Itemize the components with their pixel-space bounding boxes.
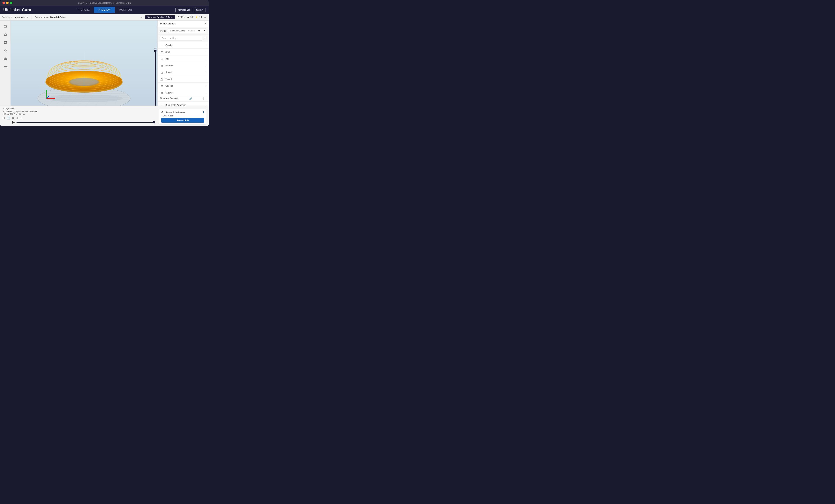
settings-item-shell[interactable]: Shell ‹: [158, 49, 209, 56]
search-input[interactable]: [160, 36, 202, 40]
clock-icon: ⏱: [161, 111, 164, 113]
settings-item-travel[interactable]: Travel ‹: [158, 76, 209, 83]
toolbar-btn-6[interactable]: [1, 63, 9, 71]
action-icon-2[interactable]: 📄: [6, 116, 10, 120]
profile-star-icon: ★: [198, 29, 200, 32]
toolbar-btn-3[interactable]: [1, 39, 9, 46]
action-icon-3[interactable]: 🗑: [12, 116, 15, 120]
progress-track[interactable]: [17, 122, 155, 123]
generate-support-label: Generate Support: [160, 97, 178, 99]
material-info: ⫶ 20g · 6.59m: [161, 114, 204, 117]
view-bar: View type Layer view ‹ Color scheme Mate…: [0, 14, 209, 21]
color-scheme-value: Material Color: [50, 16, 65, 19]
print-settings-header: Print settings ✕: [158, 21, 209, 27]
close-button[interactable]: [2, 2, 5, 4]
maximize-button[interactable]: [10, 2, 12, 4]
view-type-value: Layer view: [14, 16, 25, 19]
settings-item-material[interactable]: Material ‹: [158, 62, 209, 69]
material-chevron: ‹: [206, 64, 206, 67]
svg-rect-70: [161, 92, 163, 93]
progress-thumb[interactable]: [153, 121, 155, 123]
settings-item-support[interactable]: Support ‹: [158, 89, 209, 96]
settings-item-quality[interactable]: ≡ Quality ‹: [158, 42, 209, 49]
profile-row: Profile Standard Quality 0.2mm ★ ▾: [158, 27, 209, 35]
minimize-button[interactable]: [6, 2, 8, 4]
traffic-lights[interactable]: [2, 2, 12, 4]
edit-icon[interactable]: ✏: [141, 16, 143, 19]
settings-item-label-speed: Speed: [165, 71, 206, 74]
print-info-panel: ⏱ 2 hours 52 minutes ℹ ⫶ 20g · 6.59m Sav…: [159, 109, 206, 124]
quality-badge-text: Standard Quality - 0.2mm: [147, 16, 173, 19]
support-icon: [160, 91, 164, 94]
search-bar: ☰: [158, 35, 209, 42]
slider-label-top: 100: [154, 47, 157, 49]
profile-select[interactable]: Standard Quality 0.2mm ★ ▾: [168, 28, 206, 33]
material-text: 20g · 6.59m: [163, 114, 174, 117]
settings-item-label-material: Material: [165, 64, 206, 67]
tab-preview[interactable]: PREVIEW: [94, 7, 115, 13]
color-scheme-label: Color scheme: [35, 16, 49, 19]
svg-rect-1: [5, 25, 6, 26]
quality-info: ⊡ 90% ☁ Off ⚡ Off: [178, 16, 202, 19]
save-button[interactable]: Save to File: [161, 118, 204, 123]
speed-chevron: ‹: [206, 71, 206, 74]
toolbar-btn-4[interactable]: [1, 47, 9, 55]
bottom-bar: ∧ Object list ✎ CE3PRO_NegativeSpaceTole…: [0, 106, 209, 126]
support-link-icon[interactable]: 🔗: [189, 97, 192, 100]
action-icon-4[interactable]: ⊕: [16, 116, 19, 120]
settings-item-label-cooling: Cooling: [165, 85, 206, 87]
shell-chevron: ‹: [206, 51, 206, 53]
info-icon[interactable]: ℹ: [203, 111, 204, 114]
svg-rect-8: [4, 58, 5, 60]
object-list-label: Object list: [5, 107, 14, 110]
object-edit-icon[interactable]: ✎: [2, 110, 4, 113]
object-icon: [3, 24, 7, 28]
quality-chevron: ‹: [206, 44, 206, 46]
title-bar: CE3PRO_NegativeSpaceTolerance - Ultimake…: [0, 0, 209, 6]
signin-button[interactable]: Sign in: [194, 7, 205, 12]
svg-rect-2: [4, 34, 6, 36]
cooling-icon: ❄: [160, 84, 164, 88]
tab-prepare[interactable]: PREPARE: [73, 7, 94, 13]
shell-icon: [160, 50, 164, 54]
svg-rect-9: [6, 58, 7, 60]
logo-cura: Cura: [22, 8, 31, 12]
svg-marker-6: [5, 51, 5, 52]
scale-icon: [3, 40, 7, 45]
settings-item-cooling[interactable]: ❄ Cooling ‹: [158, 83, 209, 89]
toolbar-btn-2[interactable]: [1, 30, 9, 38]
toolbar-btn-5[interactable]: [1, 55, 9, 63]
material-icon: [160, 64, 164, 67]
close-settings-icon[interactable]: ✕: [204, 22, 206, 25]
infill-icon: ⊞: [160, 57, 164, 61]
play-button[interactable]: ▶: [12, 120, 15, 124]
settings-item-speed[interactable]: ◷ Speed ‹: [158, 69, 209, 76]
print-time-text: 2 hours 52 minutes: [164, 111, 185, 113]
tab-monitor[interactable]: MONITOR: [115, 7, 136, 13]
slider-thumb-top[interactable]: [154, 50, 157, 52]
support-checkbox[interactable]: [203, 97, 206, 100]
travel-icon: [160, 77, 164, 81]
svg-point-5: [6, 41, 7, 42]
settings-item-infill[interactable]: ⊞ Infill ‹: [158, 56, 209, 62]
mirror-icon: [3, 57, 7, 61]
playback-bar: ▶: [12, 120, 155, 124]
marketplace-button[interactable]: Marketplace: [176, 7, 192, 12]
menu-icon[interactable]: ☰: [204, 37, 206, 40]
action-icon-5[interactable]: ⊗: [20, 116, 23, 120]
svg-marker-3: [5, 33, 6, 34]
settings-item-label-travel: Travel: [165, 78, 206, 80]
layers-icon: [3, 65, 7, 69]
settings-list: ≡ Quality ‹ Shell ‹ ⊞ Infill ‹: [158, 42, 209, 115]
print-time-row: ⏱ 2 hours 52 minutes ℹ: [161, 111, 204, 114]
quality-edit-icon[interactable]: ✏: [204, 16, 206, 19]
toolbar-btn-1[interactable]: [1, 22, 9, 30]
window-title: CE3PRO_NegativeSpaceTolerance - Ultimake…: [78, 2, 131, 4]
action-icon-1[interactable]: ⊡: [2, 116, 5, 120]
logo: Ultimaker Cura: [3, 8, 31, 12]
settings-item-label-infill: Infill: [165, 58, 206, 60]
view-type-chevron[interactable]: ‹: [27, 16, 28, 19]
quality-off2: ⚡ Off: [195, 16, 202, 19]
infill-chevron: ‹: [206, 58, 206, 60]
object-name-text: CE3PRO_NegativeSpaceTolerance: [5, 110, 37, 113]
